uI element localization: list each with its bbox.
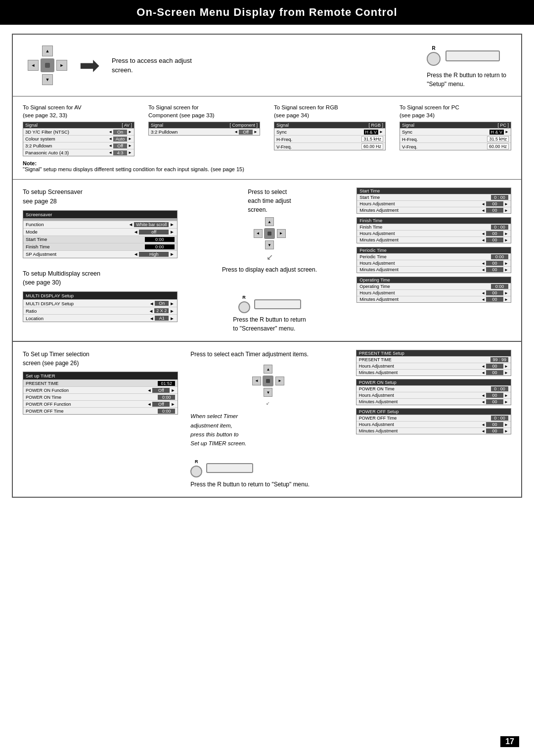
timer-r-circle[interactable] [190,466,202,477]
timer-label3: When select Timer adjustment item, press… [190,412,346,448]
page-wrapper: On-Screen Menu Display from Remote Contr… [0,0,534,756]
timer-r-return: R Press the R buttun to return to "Setup… [190,459,346,489]
dpad-right[interactable]: ► [56,60,67,71]
r-return-bar [254,299,301,309]
note-section: Note: "Signal" setup menu displays diffe… [23,160,511,172]
r-return-label: R [242,295,246,300]
dpad-bc-up[interactable]: ▲ [264,365,272,374]
dpad-up[interactable]: ▲ [42,46,53,56]
timer-r-bar [206,463,253,473]
dpad-sm-up[interactable]: ▲ [265,217,274,226]
time-tables: Start Time Start Time 0 : 00 Hours Adjus… [356,188,511,303]
signal-label-rgb: To Signal screen for RGB (see page 34) [274,103,386,119]
table-row: Mode ◄off► [23,228,177,236]
operating-time-table: Operating Time Operating Time 0:00 Hours… [356,277,511,303]
signal-row: To Signal screen for AV (see page 32, 33… [23,103,511,156]
timer-table: Set up TIMER PRESENT TIME 01:52 POWER ON… [23,372,178,415]
table-row: Minutes Adjustment ◄00► [357,296,511,302]
table-row: Minutes Adjustment ◄00► [356,427,511,434]
table-row: Periodic Time 0:00 [357,253,511,260]
dpad-sm-left[interactable]: ◄ [254,229,263,238]
svg-rect-2 [266,379,270,383]
dpad-center-sm[interactable]: ▲ ◄ ► ▼ [254,217,286,249]
signal-block-av: To Signal screen for AV (see page 32, 33… [23,103,134,156]
bottom-left: To Set up Timer selection screen (see pa… [23,350,185,489]
bottom-section: To Set up Timer selection screen (see pa… [13,341,521,497]
display-instruction: Press to display each adjust screen. [222,265,317,274]
arrow-down-icon: ↙ [267,252,273,262]
page-header: On-Screen Menu Display from Remote Contr… [0,0,534,25]
dpad-control[interactable]: ▲ ◄ ► ▼ [28,46,67,85]
table-row: Sync H & V► [274,128,385,135]
periodic-time-table: Periodic Time Periodic Time 0:00 Hours A… [356,247,511,273]
bc-dpad-wrap: ▲ ◄ ► ▼ ↙ [252,365,284,406]
r-return-circle[interactable] [238,301,250,313]
table-row: Hours Adjustment ◄00► [357,200,511,207]
timer-r-label: R [195,459,198,464]
arrow-down-icon-2: ↙ [266,401,270,406]
start-time-header: Start Time [357,188,511,194]
dpad-bottom-center[interactable]: ▲ ◄ ► ▼ [252,365,284,397]
dpad-sm-center[interactable] [264,228,275,239]
dpad-left[interactable]: ◄ [28,60,39,71]
middle-center: Press to select each time adjust screen.… [187,188,352,333]
table-row: MULTI DISPLAY Setup ◄On► [23,299,177,307]
dpad-sm-right[interactable]: ► [277,229,286,238]
r-button-area: R [427,46,500,66]
table-row: Start Time 0:00 [23,236,177,243]
multidisplay-table-header: MULTI DISPLAY Setup [23,292,177,299]
signal-table-component: Signal [ Component ] 3:2 Pulldown ◄Off► [148,122,260,136]
signal-block-component: To Signal screen for Component (see page… [148,103,260,136]
rgb-table-header: Signal [ RGB ] [274,122,385,128]
r-bar [445,50,500,61]
screensaver-table-header: Screensaver [23,211,177,218]
operating-time-header: Operating Time [357,277,511,283]
table-row: Sync H & V► [400,128,511,135]
dpad-bc-right[interactable]: ► [275,377,284,385]
top-instruction: Press to access each adjust screen. [112,56,192,75]
dpad-sm-down[interactable]: ▼ [265,240,274,249]
timer-label2: Press to select each Timer adjustment it… [190,350,346,359]
table-row: Hours Adjustment ◄00► [356,363,511,369]
power-on-setup-table: POWER ON Setup POWER ON Time 0 : 00 Hour… [356,379,511,405]
signal-label-av: To Signal screen for AV (see page 32, 33… [23,103,134,119]
periodic-time-header: Periodic Time [357,247,511,253]
finish-time-table: Finish Time Finish Time 0 : 00 Hours Adj… [356,217,511,243]
svg-rect-1 [267,232,271,236]
power-off-setup-table: POWER OFF Setup POWER OFF Time 0 : 00 Ho… [356,408,511,434]
table-row: Hours Adjustment ◄00► [357,260,511,266]
select-instruction: Press to select each time adjust screen. [248,188,291,214]
table-row: Operating Time 0:00 [357,283,511,289]
dpad-center[interactable] [41,58,54,72]
header-title: On-Screen Menu Display from Remote Contr… [136,6,397,18]
table-row: Function ◄White bar scroll► [23,221,177,228]
screensaver-table: Screensaver Function ◄White bar scroll► … [23,210,178,258]
middle-left: To setup Screensaver see page 28 Screens… [23,188,187,333]
table-row: POWER ON Time 0 : 00 [356,385,511,392]
dpad-bc-left[interactable]: ◄ [252,377,261,385]
multidisplay-table: MULTI DISPLAY Setup MULTI DISPLAY Setup … [23,291,178,322]
dpad-down[interactable]: ▼ [42,74,53,85]
dpad-bc-down[interactable]: ▼ [264,388,272,397]
middle-right: Start Time Start Time 0 : 00 Hours Adjus… [352,188,511,333]
table-row: Hours Adjustment ◄00► [356,421,511,427]
signal-label-component: To Signal screen for Component (see page… [148,103,260,119]
timer-r-button: R [190,459,202,477]
start-time-table: Start Time Start Time 0 : 00 Hours Adjus… [356,188,511,214]
signal-label-pc: To Signal screen for PC (see page 34) [400,103,511,119]
table-row: Ratio ◄2 X 2► [23,307,177,314]
screensaver-block: To setup Screensaver see page 28 Screens… [23,188,178,258]
main-content: ▲ ◄ ► ▼ ➡ Press to access each adjust sc… [12,34,522,498]
multidisplay-label: To setup Multidisplay screen (see page 3… [23,269,178,288]
table-row: Panasonic Auto (4:3) ◄4:3► [23,149,134,156]
present-time-setup-header: PRESENT TIME Setup [356,350,511,356]
dpad-bc-center[interactable] [263,376,273,386]
signal-block-pc: To Signal screen for PC (see page 34) Si… [400,103,511,150]
r-circle[interactable] [427,52,441,66]
timer-r-row: R [190,459,253,477]
table-row: 3:2 Pulldown ◄Off► [149,128,260,135]
table-row: H-Freq. 31.5 kHz [274,135,385,142]
power-off-setup-header: POWER OFF Setup [356,409,511,415]
signal-table-av: Signal [ AV ] 3D Y/C Filter (NTSC) ◄On► … [23,122,134,156]
table-row: SP Adjustment ◄High► [23,250,177,258]
